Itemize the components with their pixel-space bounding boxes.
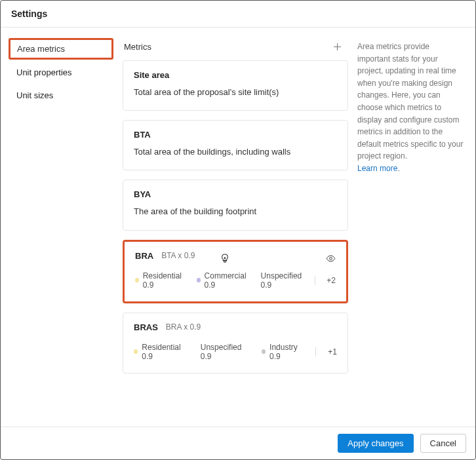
metric-more-count[interactable]: +2 — [327, 276, 336, 285]
metric-tag: Unspecified 0.9 — [261, 271, 306, 290]
metric-title: BTA — [134, 130, 151, 140]
metrics-title: Metrics — [124, 42, 151, 52]
metric-card-bta[interactable]: BTATotal area of the buildings, includin… — [123, 120, 348, 170]
metric-tags: Residential 0.9Unspecified 0.9Industry 0… — [134, 343, 337, 361]
help-text: Area metrics provide important stats for… — [357, 41, 464, 163]
metric-tags: Residential 0.9Commercial 0.9Unspecified… — [135, 271, 336, 290]
tag-label: Unspecified 0.9 — [201, 343, 250, 361]
metric-tag: Industry 0.9 — [262, 343, 307, 361]
metric-tag: Residential 0.9 — [135, 271, 185, 290]
learn-more-link[interactable]: Learn more — [357, 164, 397, 173]
sidebar-item-unit-sizes[interactable]: Unit sizes — [10, 85, 113, 105]
main-pane: Metrics Site areaTotal area of the propo… — [113, 28, 353, 427]
metric-card-bya[interactable]: BYAThe area of the building footprint — [123, 180, 348, 230]
metric-more-count[interactable]: +1 — [328, 347, 337, 356]
help-pane: Area metrics provide important stats for… — [353, 28, 475, 427]
dialog-footer: Apply changes Cancel — [1, 427, 475, 459]
plus-icon — [333, 43, 342, 51]
metric-subtitle: BTA x 0.9 — [161, 251, 195, 260]
settings-window: Settings Area metricsUnit propertiesUnit… — [0, 0, 476, 460]
sidebar-item-label: Area metrics — [17, 44, 65, 54]
dialog-body: Area metricsUnit propertiesUnit sizes Me… — [1, 28, 475, 427]
metric-tag: Unspecified 0.9 — [201, 343, 250, 361]
tag-dot-icon — [197, 278, 201, 282]
tag-label: Industry 0.9 — [269, 343, 306, 361]
cancel-button[interactable]: Cancel — [420, 434, 466, 453]
metric-description: Total area of the buildings, including w… — [134, 146, 337, 158]
metric-title: Site area — [134, 70, 169, 80]
metric-tag: Commercial 0.9 — [197, 271, 249, 290]
tag-label: Residential 0.9 — [143, 271, 185, 290]
visibility-toggle-icon[interactable] — [326, 254, 336, 263]
metrics-header: Metrics — [123, 39, 348, 60]
add-metric-button[interactable] — [330, 39, 344, 54]
dialog-title: Settings — [1, 1, 475, 28]
metric-card-site-area[interactable]: Site areaTotal area of the proposal's si… — [123, 60, 348, 111]
metric-card-bra[interactable]: BRABTA x 0.9Residential 0.9Commercial 0.… — [123, 240, 348, 303]
tag-dot-icon — [135, 278, 139, 282]
metric-description: The area of the building footprint — [134, 206, 337, 218]
tag-dot-icon — [262, 349, 266, 354]
tag-label: Unspecified 0.9 — [261, 271, 306, 290]
svg-point-0 — [330, 257, 332, 259]
metric-subtitle: BRA x 0.9 — [166, 322, 201, 332]
metric-tag: Residential 0.9 — [134, 343, 189, 361]
metric-description: Total area of the proposal's site limit(… — [134, 86, 337, 98]
tag-label: Commercial 0.9 — [205, 271, 249, 290]
metric-title: BRAS — [134, 322, 158, 332]
metric-card-bras[interactable]: BRASBRA x 0.9Residential 0.9Unspecified … — [123, 313, 348, 374]
sidebar: Area metricsUnit propertiesUnit sizes — [1, 28, 113, 427]
apply-button[interactable]: Apply changes — [338, 434, 413, 453]
metric-title: BRA — [135, 251, 153, 261]
sidebar-item-unit-properties[interactable]: Unit properties — [10, 62, 113, 83]
metric-title: BYA — [134, 189, 151, 199]
sidebar-item-area-metrics[interactable]: Area metrics — [9, 38, 113, 60]
tag-label: Residential 0.9 — [142, 343, 188, 361]
tag-dot-icon — [134, 349, 138, 354]
